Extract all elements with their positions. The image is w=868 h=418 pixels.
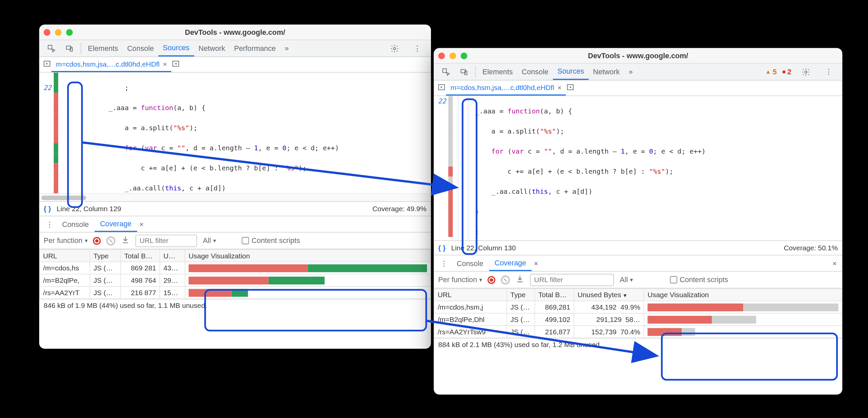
col-viz[interactable]: Usage Visualization xyxy=(185,250,431,262)
settings-icon[interactable] xyxy=(386,44,403,53)
export-icon[interactable] xyxy=(121,235,130,246)
record-icon[interactable] xyxy=(93,237,101,244)
kebab-icon[interactable]: ⋮ xyxy=(409,44,425,53)
clear-icon[interactable] xyxy=(106,236,116,245)
tab-more[interactable]: » xyxy=(280,40,293,56)
errors-badge[interactable]: 2 xyxy=(782,68,791,76)
close-icon[interactable]: × xyxy=(558,84,562,91)
maximize-icon[interactable] xyxy=(461,52,467,59)
tab-sources[interactable]: Sources xyxy=(553,64,589,80)
type-select[interactable]: All xyxy=(620,275,664,284)
tab-network[interactable]: Network xyxy=(589,64,624,80)
record-icon[interactable] xyxy=(488,276,495,283)
show-debugger-icon[interactable] xyxy=(566,83,575,93)
scope-select[interactable]: Per function xyxy=(438,275,482,284)
drawer-tab-console[interactable]: Console xyxy=(451,255,489,271)
code-content: ; _.aaa = function(a, b) { a = a.split("… xyxy=(74,73,431,194)
minimize-icon[interactable] xyxy=(450,52,456,59)
scope-select[interactable]: Per function xyxy=(43,236,88,245)
table-row[interactable]: /m=B2qlPe,JS (…498 764293 … xyxy=(39,274,431,286)
show-debugger-icon[interactable] xyxy=(172,59,181,70)
tab-network[interactable]: Network xyxy=(194,40,229,56)
tab-console[interactable]: Console xyxy=(517,64,553,80)
titlebar: DevTools - www.google.com/ xyxy=(39,25,431,40)
drawer-tab-console[interactable]: Console xyxy=(57,216,94,232)
table-row[interactable]: /rs=AA2YrTJS (…216 877155 … xyxy=(39,286,431,299)
main-tabs: Elements Console Sources Network » 5 2 ⋮ xyxy=(434,64,842,80)
close-icon[interactable] xyxy=(43,29,50,35)
close-icon[interactable] xyxy=(438,52,445,59)
window-controls[interactable] xyxy=(43,29,73,35)
clear-icon[interactable] xyxy=(501,275,510,284)
table-row[interactable]: /rs=AA2YrTsw9JS (…216,877152,739 70.4% xyxy=(434,326,842,338)
warnings-badge[interactable]: 5 xyxy=(766,68,777,76)
drawer-tabs: ⋮ Console Coverage × xyxy=(39,216,431,233)
kebab-icon[interactable]: ⋮ xyxy=(437,255,451,271)
drawer-tabs: ⋮ Console Coverage × × xyxy=(434,255,842,272)
col-total[interactable]: Total B… xyxy=(535,289,574,301)
export-icon[interactable] xyxy=(516,274,525,285)
close-icon[interactable]: × xyxy=(532,255,540,271)
code-editor[interactable]: 22 _.aaa = function(a, b) { a = a.split(… xyxy=(434,96,842,240)
drawer-tab-coverage[interactable]: Coverage xyxy=(489,255,532,271)
minimize-icon[interactable] xyxy=(55,29,62,35)
titlebar: DevTools - www.google.com/ xyxy=(434,48,842,64)
tab-more[interactable]: » xyxy=(624,64,638,80)
kebab-icon[interactable]: ⋮ xyxy=(42,216,57,232)
url-filter-input[interactable] xyxy=(136,235,197,247)
drawer-tab-coverage[interactable]: Coverage xyxy=(94,216,137,232)
coverage-pct: Coverage: 50.1% xyxy=(784,244,838,252)
coverage-gutter xyxy=(448,96,453,240)
svg-point-3 xyxy=(394,47,396,49)
close-drawer-icon[interactable]: × xyxy=(830,255,839,271)
col-unused[interactable]: Unused Bytes xyxy=(574,289,644,301)
svg-point-9 xyxy=(805,71,807,73)
coverage-summary: 884 kB of 2.1 MB (43%) used so far, 1.2 … xyxy=(434,338,842,351)
svg-rect-0 xyxy=(48,45,52,48)
coverage-table[interactable]: URL Type Total B… Unused Bytes Usage Vis… xyxy=(434,288,842,338)
col-total[interactable]: Total B… xyxy=(121,250,160,262)
line-number xyxy=(39,73,54,83)
tab-sources[interactable]: Sources xyxy=(158,40,194,56)
window-title: DevTools - www.google.com/ xyxy=(434,51,842,60)
type-select[interactable]: All xyxy=(203,236,236,245)
col-viz[interactable]: Usage Visualization xyxy=(644,289,842,301)
close-icon[interactable]: × xyxy=(163,60,167,68)
close-icon[interactable]: × xyxy=(137,216,146,232)
col-type[interactable]: Type xyxy=(90,250,121,262)
code-editor[interactable]: 22 ; _.aaa = function(a, b) { a = a.spli… xyxy=(39,73,431,194)
file-tab[interactable]: m=cdos,hsm,jsa,…c,dtl0hd,eHDfl × xyxy=(52,57,172,72)
show-navigator-icon[interactable] xyxy=(437,83,446,93)
tab-performance[interactable]: Performance xyxy=(229,40,280,56)
coverage-table[interactable]: URL Type Total B… U… Usage Visualization… xyxy=(39,249,431,299)
window-controls[interactable] xyxy=(438,52,467,59)
content-scripts-checkbox[interactable] xyxy=(670,276,678,283)
inspect-icon[interactable] xyxy=(42,40,60,56)
file-tab-label: m=cdos,hsm,jsa,…c,dtl0hd,eHDfl xyxy=(56,60,159,68)
col-url[interactable]: URL xyxy=(39,250,90,262)
col-type[interactable]: Type xyxy=(507,289,535,301)
cursor-position: Line 22, Column 129 xyxy=(57,205,121,212)
settings-icon[interactable] xyxy=(797,67,815,76)
tab-elements[interactable]: Elements xyxy=(84,40,123,56)
tab-elements[interactable]: Elements xyxy=(478,64,517,80)
file-tab[interactable]: m=cdos,hsm,jsa,…c,dtl0hd,eHDfl × xyxy=(446,80,566,95)
url-filter-input[interactable] xyxy=(530,273,614,286)
table-row[interactable]: /m=cdos,hsJS (…869 281435 … xyxy=(39,262,431,274)
col-url[interactable]: URL xyxy=(434,289,507,301)
content-scripts-checkbox[interactable] xyxy=(242,237,249,244)
device-icon[interactable] xyxy=(455,64,473,80)
col-unused[interactable]: U… xyxy=(160,250,185,262)
table-row[interactable]: /m=B2qlPe,DhlJS (…499,102291,129 58… xyxy=(434,313,842,326)
tab-console[interactable]: Console xyxy=(123,40,158,56)
show-navigator-icon[interactable] xyxy=(42,59,52,70)
table-row[interactable]: /m=cdos,hsm,jJS (…869,281434,192 49.9% xyxy=(434,301,842,313)
format-icon[interactable]: { } xyxy=(438,244,446,252)
format-icon[interactable]: { } xyxy=(43,205,51,212)
h-scrollbar[interactable] xyxy=(41,196,87,200)
inspect-icon[interactable] xyxy=(437,64,455,80)
device-icon[interactable] xyxy=(60,40,78,56)
kebab-icon[interactable]: ⋮ xyxy=(820,68,837,76)
status-bar: { } Line 22, Column 130 Coverage: 50.1% xyxy=(434,240,842,255)
maximize-icon[interactable] xyxy=(66,29,73,35)
